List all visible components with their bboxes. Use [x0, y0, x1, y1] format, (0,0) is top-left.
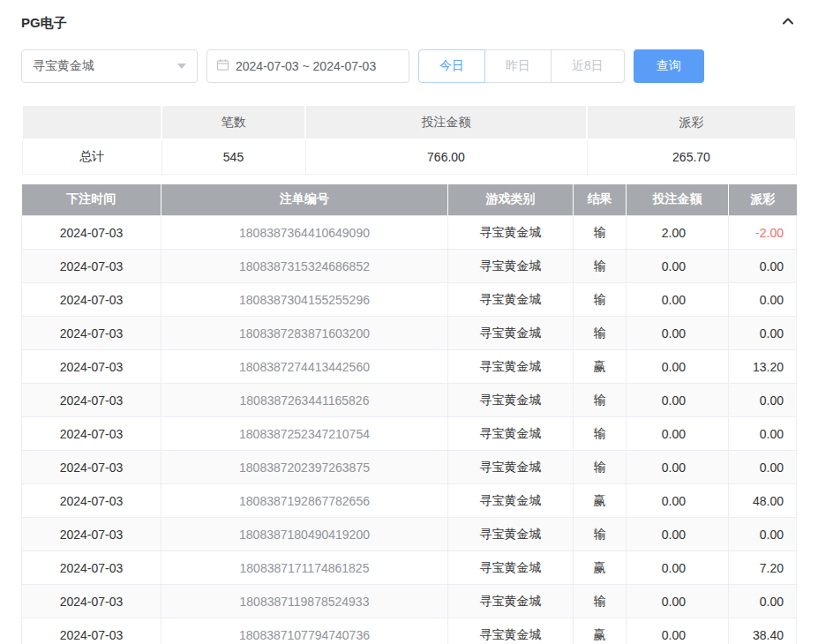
result-cell: 赢: [574, 484, 627, 518]
bet-time-cell: 2024-07-03: [22, 484, 161, 518]
search-button[interactable]: 查询: [634, 49, 704, 83]
bet-amount-cell: 0.00: [627, 384, 729, 417]
chevron-up-icon: [781, 14, 795, 32]
game-type-cell: 寻宝黄金城: [448, 417, 574, 451]
bet-time-cell: 2024-07-03: [22, 216, 161, 250]
result-cell: 赢: [574, 618, 627, 644]
result-cell: 输: [574, 585, 627, 618]
order-number-cell: 1808387192867782656: [161, 484, 448, 518]
summary-total-bet-amount: 766.00: [305, 139, 587, 174]
table-row: 2024-07-031808387252347210754寻宝黄金城输0.000…: [22, 417, 797, 451]
panel-header: PG电子: [21, 12, 797, 34]
table-row: 2024-07-031808387364410649090寻宝黄金城输2.00-…: [22, 216, 797, 250]
table-row: 2024-07-031808387119878524933寻宝黄金城输0.000…: [22, 585, 797, 618]
summary-total-row: 总计 545 766.00 265.70: [22, 139, 796, 174]
panel-title: PG电子: [21, 15, 67, 32]
game-type-cell: 寻宝黄金城: [448, 216, 574, 250]
bet-amount-cell: 0.00: [627, 451, 729, 484]
bet-time-cell: 2024-07-03: [22, 518, 161, 551]
game-type-cell: 寻宝黄金城: [448, 317, 574, 350]
game-select-value: 寻宝黄金城: [33, 58, 94, 74]
order-number-cell: 1808387119878524933: [161, 585, 448, 618]
result-cell: 输: [574, 417, 627, 451]
table-row: 2024-07-031808387263441165826寻宝黄金城输0.000…: [22, 384, 797, 417]
summary-header-row: 笔数 投注金额 派彩: [22, 105, 796, 139]
game-type-cell: 寻宝黄金城: [448, 585, 574, 618]
payout-cell: 38.40: [729, 618, 797, 644]
order-number-cell: 1808387364410649090: [161, 216, 448, 250]
bet-amount-cell: 0.00: [627, 518, 729, 551]
date-range-picker[interactable]: 2024-07-03 ~ 2024-07-03: [206, 49, 409, 83]
bet-time-cell: 2024-07-03: [22, 350, 161, 384]
game-type-cell: 寻宝黄金城: [448, 484, 574, 518]
bet-time-cell: 2024-07-03: [22, 551, 161, 585]
summary-header-bet-amount: 投注金额: [305, 105, 587, 139]
payout-cell: 0.00: [729, 317, 797, 350]
quick-range-last8days-button[interactable]: 近8日: [551, 49, 625, 83]
table-row: 2024-07-031808387180490419200寻宝黄金城输0.000…: [22, 518, 797, 551]
table-row: 2024-07-031808387283871603200寻宝黄金城输0.000…: [22, 317, 797, 350]
column-header-payout: 派彩: [729, 184, 797, 216]
game-type-cell: 寻宝黄金城: [448, 283, 574, 317]
game-type-cell: 寻宝黄金城: [448, 618, 574, 644]
order-number-cell: 1808387304155255296: [161, 283, 448, 317]
bet-time-cell: 2024-07-03: [22, 250, 161, 283]
table-row: 2024-07-031808387107794740736寻宝黄金城赢0.003…: [22, 618, 797, 644]
order-number-cell: 1808387315324686852: [161, 250, 448, 283]
result-cell: 输: [574, 283, 627, 317]
result-cell: 输: [574, 518, 627, 551]
game-type-cell: 寻宝黄金城: [448, 518, 574, 551]
table-row: 2024-07-031808387304155255296寻宝黄金城输0.000…: [22, 283, 797, 317]
result-cell: 输: [574, 384, 627, 417]
bet-amount-cell: 0.00: [627, 585, 729, 618]
bet-amount-cell: 0.00: [627, 283, 729, 317]
result-cell: 输: [574, 451, 627, 484]
column-header-game-type: 游戏类别: [448, 184, 574, 216]
bet-amount-cell: 0.00: [627, 350, 729, 384]
game-select[interactable]: 寻宝黄金城: [21, 49, 198, 83]
quick-range-group: 今日昨日近8日: [418, 49, 625, 83]
bet-time-cell: 2024-07-03: [22, 585, 161, 618]
table-row: 2024-07-031808387202397263875寻宝黄金城输0.000…: [22, 451, 797, 484]
bet-amount-cell: 0.00: [627, 317, 729, 350]
summary-header-blank: [22, 105, 161, 139]
result-cell: 输: [574, 317, 627, 350]
summary-header-payout: 派彩: [587, 105, 796, 139]
bet-table-header-row: 下注时间 注单编号 游戏类别 结果 投注金额 派彩: [22, 184, 797, 216]
collapse-button[interactable]: [779, 14, 797, 32]
result-cell: 赢: [574, 551, 627, 585]
order-number-cell: 1808387171174861825: [161, 551, 448, 585]
result-cell: 输: [574, 250, 627, 283]
payout-cell: 13.20: [729, 350, 797, 384]
payout-cell: 48.00: [729, 484, 797, 518]
bet-amount-cell: 0.00: [627, 417, 729, 451]
payout-cell: 0.00: [729, 518, 797, 551]
game-type-cell: 寻宝黄金城: [448, 384, 574, 417]
bet-time-cell: 2024-07-03: [22, 384, 161, 417]
summary-table: 笔数 投注金额 派彩 总计 545 766.00 265.70: [21, 104, 797, 175]
order-number-cell: 1808387252347210754: [161, 417, 448, 451]
order-number-cell: 1808387107794740736: [161, 618, 448, 644]
payout-cell: -2.00: [729, 216, 797, 250]
game-type-cell: 寻宝黄金城: [448, 350, 574, 384]
payout-cell: 0.00: [729, 283, 797, 317]
column-header-bet-amount: 投注金额: [627, 184, 729, 216]
table-row: 2024-07-031808387192867782656寻宝黄金城赢0.004…: [22, 484, 797, 518]
quick-range-yesterday-button[interactable]: 昨日: [484, 49, 552, 83]
table-row: 2024-07-031808387315324686852寻宝黄金城输0.000…: [22, 250, 797, 283]
result-cell: 输: [574, 216, 627, 250]
quick-range-today-button[interactable]: 今日: [418, 49, 485, 83]
order-number-cell: 1808387274413442560: [161, 350, 448, 384]
pg-game-records-panel: PG电子 寻宝黄金城 2024-07-03 ~ 20: [0, 0, 818, 644]
calendar-icon: [216, 58, 229, 74]
bet-amount-cell: 0.00: [627, 250, 729, 283]
chevron-down-icon: [177, 64, 186, 69]
result-cell: 赢: [574, 350, 627, 384]
bet-time-cell: 2024-07-03: [22, 417, 161, 451]
bet-time-cell: 2024-07-03: [22, 283, 161, 317]
bet-amount-cell: 0.00: [627, 484, 729, 518]
table-row: 2024-07-031808387171174861825寻宝黄金城赢0.007…: [22, 551, 797, 585]
bet-time-cell: 2024-07-03: [22, 618, 161, 644]
summary-header-count: 笔数: [161, 105, 305, 139]
bet-amount-cell: 2.00: [627, 216, 729, 250]
